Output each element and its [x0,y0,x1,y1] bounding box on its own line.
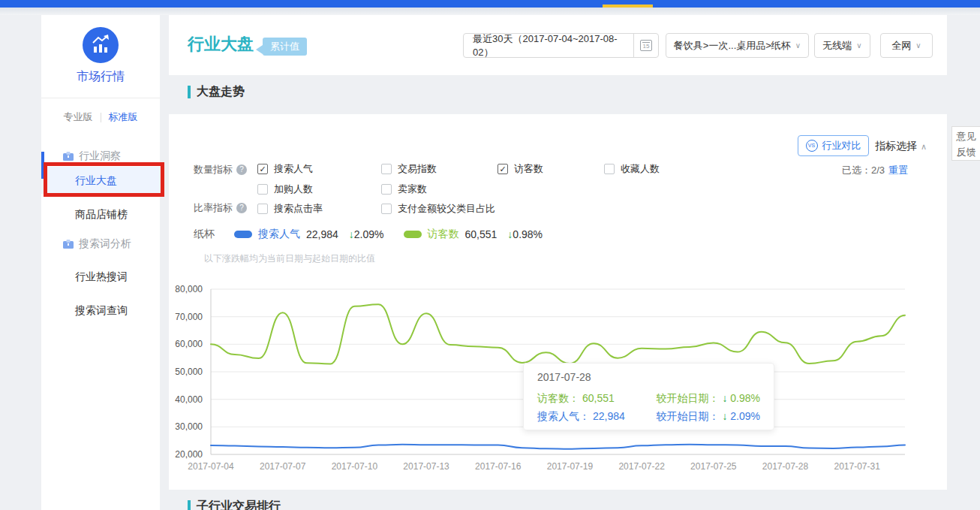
y-axis-label: 50,000 [169,367,203,377]
checkbox-search-ctr[interactable]: 搜索点击率 [257,202,323,216]
sidebar-item-search-term-query[interactable]: 搜索词查询 [41,297,160,324]
checkbox[interactable]: ✓ [257,164,268,174]
reset-button[interactable]: 重置 [888,164,908,177]
chevron-down-icon: ∨ [795,41,801,50]
y-axis-label: 70,000 [169,312,203,322]
sidebar-item-product-shop-rank[interactable]: 商品店铺榜 [41,201,160,228]
tooltip-date: 2017-07-28 [537,371,760,383]
chart-legend: 纸杯 搜索人气 22,984 ↓ 2.09% 访客数 60,551 ↓ 0.98… [194,228,543,241]
y-axis-label: 80,000 [169,284,203,294]
y-axis: 20,00030,00040,00050,00060,00070,00080,0… [169,288,203,457]
sidebar-item-industry-market[interactable]: 行业大盘 [41,167,160,194]
sidebar: 市场行情 专业版 标准版 行业洞察 行业大盘 商品店铺榜 搜索词分析 行业热搜词… [41,15,160,510]
x-axis-label: 2017-07-04 [177,461,245,472]
tab-professional[interactable]: 专业版 [64,110,93,124]
x-axis-label: 2017-07-19 [536,461,603,472]
checkbox[interactable] [381,164,392,174]
cumulative-value-badge: 累计值 [263,38,307,56]
x-axis-label: 2017-07-25 [680,461,747,472]
legend-series-change: 2.09% [354,228,384,240]
category-value: 餐饮具>一次...桌用品>纸杯 [674,39,791,53]
search-term-analysis-icon [63,240,74,249]
sidebar-item-label: 行业热搜词 [75,270,128,282]
top-strip [0,8,980,15]
tooltip-row-search: 搜索人气：22,984 较开始日期： ↓ 2.09% [537,407,760,425]
section-title-bar [188,500,191,510]
divider [41,98,160,98]
section-title-bar [188,86,191,98]
down-arrow-icon: ↓ [507,228,513,240]
legend-series-change: 0.98% [513,228,543,240]
sidebar-item-industry-hot-search[interactable]: 行业热搜词 [41,263,160,290]
help-icon[interactable]: ? [236,203,247,213]
checkbox-favorite-count[interactable]: 收藏人数 [604,162,660,176]
y-axis-label: 20,000 [169,449,203,460]
tooltip-row-visitor: 访客数：60,551 较开始日期： ↓ 0.98% [537,389,760,407]
checkbox[interactable]: ✓ [498,164,508,174]
chevron-down-icon: ∨ [915,41,921,50]
terminal-value: 无线端 [822,39,852,53]
x-axis-label: 2017-07-13 [392,461,460,472]
x-axis-label: 2017-07-31 [823,461,891,472]
sidebar-item-industry-insight[interactable]: 行业洞察 [41,149,160,164]
down-arrow-icon: ↓ [722,410,727,422]
feedback-button[interactable]: 意见 反馈 [951,126,980,161]
legend-series-name[interactable]: 搜索人气 [258,228,300,241]
search-popularity-series-marker[interactable] [234,231,252,238]
x-axis-label: 2017-07-07 [249,461,317,472]
checkbox[interactable] [381,184,392,195]
quantity-indicator-label: 数量指标 ? [194,163,247,177]
x-axis: 2017-07-042017-07-072017-07-102017-07-13… [208,461,908,476]
version-tabs: 专业版 标准版 [41,109,160,125]
help-icon[interactable]: ? [236,164,247,175]
legend-series-name[interactable]: 访客数 [428,228,459,241]
badge-arrow [256,45,263,54]
calendar-icon: 15 [640,40,652,51]
chevron-up-icon: ∧ [921,142,927,152]
sidebar-item-label: 行业大盘 [75,174,117,186]
page-title: 行业大盘 [188,33,254,56]
selected-count: 已选：2/3 [842,164,885,177]
checkbox[interactable] [604,164,615,174]
legend-category: 纸杯 [194,228,215,241]
indicator-select-toggle[interactable]: 指标选择 ∧ [875,140,927,153]
tab-divider [101,113,101,122]
scope-dropdown[interactable]: 全网 ∨ [880,33,933,58]
industry-compare-button[interactable]: VS 行业对比 [798,135,869,156]
sidebar-item-label: 商品店铺榜 [75,208,128,220]
active-nav-indicator [41,152,44,179]
checkbox[interactable] [257,204,268,214]
calendar-button[interactable]: 15 [633,34,658,57]
market-trend-panel: VS 行业对比 指标选择 ∧ 数量指标 ? ✓ 搜索人气 交易指数 ✓ 访客数 … [169,114,947,490]
terminal-dropdown[interactable]: 无线端 ∨ [814,33,870,58]
date-range-value[interactable]: 最近30天（2017-07-04~2017-08-02） [464,32,633,59]
market-chart-icon [83,27,119,63]
checkbox[interactable] [381,204,392,214]
tab-standard[interactable]: 标准版 [109,110,138,124]
checkbox-transaction-index[interactable]: 交易指数 [381,162,437,176]
checkbox-cart-add-count[interactable]: 加购人数 [257,183,313,196]
y-axis-label: 40,000 [169,394,203,405]
checkbox[interactable] [257,184,268,195]
section-title-market-trend: 大盘走势 [188,84,245,100]
visitor-count-series-marker[interactable] [404,231,422,238]
checkbox-seller-count[interactable]: 卖家数 [381,183,427,196]
down-arrow-icon: ↓ [722,392,727,404]
chart-tooltip: 2017-07-28 访客数：60,551 较开始日期： ↓ 0.98% 搜索人… [523,363,774,430]
checkbox-payment-ratio[interactable]: 支付金额较父类目占比 [381,202,495,216]
x-axis-label: 2017-07-28 [752,461,819,472]
x-axis-label: 2017-07-16 [464,461,532,472]
down-arrow-icon: ↓ [349,228,354,240]
sidebar-item-label: 搜索词分析 [79,237,131,251]
legend-series-value: 22,984 [306,228,338,240]
industry-insight-icon [63,152,74,161]
date-range-picker[interactable]: 最近30天（2017-07-04~2017-08-02） 15 [463,33,659,58]
checkbox-search-popularity[interactable]: ✓ 搜索人气 [257,162,313,176]
sidebar-item-search-term-analysis[interactable]: 搜索词分析 [41,237,160,252]
section-title-subindustry-rank: 子行业交易排行 [188,499,281,510]
category-dropdown[interactable]: 餐饮具>一次...桌用品>纸杯 ∨ [666,33,809,58]
scope-value: 全网 [891,39,911,53]
checkbox-visitor-count[interactable]: ✓ 访客数 [498,162,543,176]
chevron-down-icon: ∨ [856,41,861,50]
ratio-indicator-label: 比率指标 ? [194,201,247,215]
